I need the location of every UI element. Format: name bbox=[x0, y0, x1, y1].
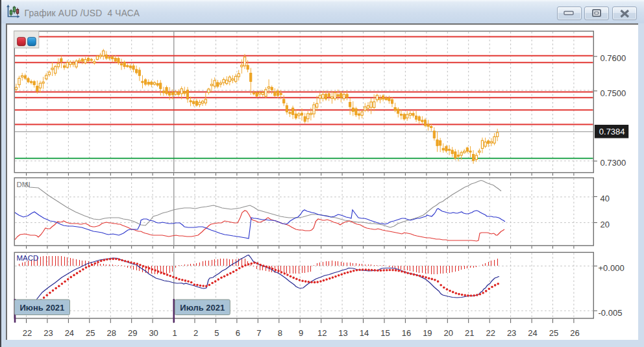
svg-text:20: 20 bbox=[601, 220, 610, 229]
svg-text:30: 30 bbox=[149, 328, 158, 338]
svg-text:20: 20 bbox=[444, 328, 453, 338]
svg-text:22: 22 bbox=[23, 328, 32, 338]
svg-text:16: 16 bbox=[402, 328, 411, 338]
svg-text:12: 12 bbox=[317, 328, 327, 338]
svg-text:2: 2 bbox=[193, 328, 198, 338]
svg-text:1: 1 bbox=[172, 328, 177, 338]
svg-text:Июль 2021: Июль 2021 bbox=[180, 303, 225, 313]
svg-text:Июнь 2021: Июнь 2021 bbox=[20, 303, 65, 313]
svg-text:19: 19 bbox=[423, 328, 432, 338]
svg-text:15: 15 bbox=[380, 328, 390, 338]
svg-text:23: 23 bbox=[43, 328, 53, 338]
svg-text:40: 40 bbox=[601, 194, 610, 203]
svg-text:29: 29 bbox=[128, 328, 137, 338]
svg-text:+0.000: +0.000 bbox=[599, 263, 625, 273]
svg-text:0.7384: 0.7384 bbox=[599, 127, 625, 136]
svg-text:-0.005: -0.005 bbox=[599, 308, 623, 318]
svg-text:26: 26 bbox=[570, 328, 579, 338]
svg-text:21: 21 bbox=[465, 328, 474, 338]
svg-text:14: 14 bbox=[360, 328, 369, 338]
svg-text:8: 8 bbox=[278, 328, 282, 338]
svg-text:23: 23 bbox=[507, 328, 516, 338]
svg-text:24: 24 bbox=[528, 328, 537, 338]
svg-text:28: 28 bbox=[107, 328, 116, 338]
svg-text:24: 24 bbox=[65, 328, 74, 338]
svg-text:22: 22 bbox=[486, 328, 495, 338]
svg-text:5: 5 bbox=[214, 328, 219, 338]
svg-text:25: 25 bbox=[549, 328, 558, 338]
svg-text:6: 6 bbox=[236, 328, 240, 338]
svg-text:7: 7 bbox=[256, 328, 261, 338]
svg-text:0.7500: 0.7500 bbox=[601, 88, 626, 98]
svg-text:DMI: DMI bbox=[17, 181, 31, 188]
svg-text:9: 9 bbox=[299, 328, 303, 338]
svg-text:0.7600: 0.7600 bbox=[601, 53, 626, 63]
svg-text:13: 13 bbox=[338, 328, 347, 338]
svg-text:0.7300: 0.7300 bbox=[601, 158, 626, 168]
svg-text:25: 25 bbox=[86, 328, 95, 338]
svg-text:MACD: MACD bbox=[17, 254, 39, 262]
